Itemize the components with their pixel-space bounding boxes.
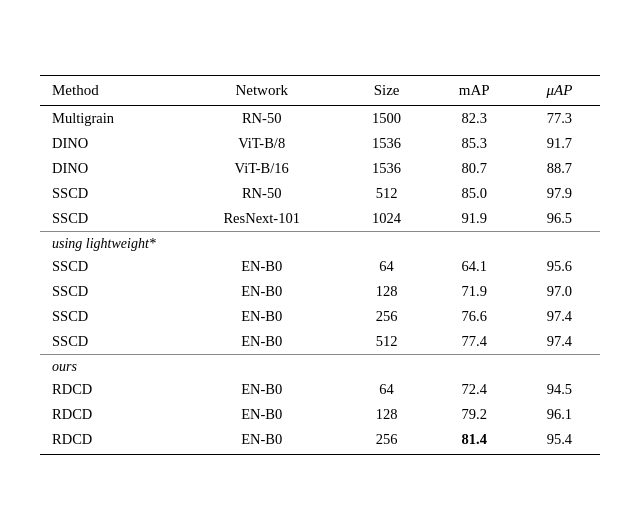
cell-method: RDCD xyxy=(40,402,180,427)
cell-method: SSCD xyxy=(40,304,180,329)
cell-map: 91.9 xyxy=(430,206,519,232)
cell-size: 512 xyxy=(343,329,429,355)
cell-network: EN-B0 xyxy=(180,377,344,402)
cell-uap: 95.6 xyxy=(519,254,600,279)
cell-map: 76.6 xyxy=(430,304,519,329)
cell-map: 71.9 xyxy=(430,279,519,304)
cell-map: 85.0 xyxy=(430,181,519,206)
table-row: DINOViT-B/16153680.788.7 xyxy=(40,156,600,181)
results-table: Method Network Size mAP μAP MultigrainRN… xyxy=(40,75,600,455)
cell-size: 1024 xyxy=(343,206,429,232)
table-row: RDCDEN-B025681.495.4 xyxy=(40,427,600,455)
cell-uap: 94.5 xyxy=(519,377,600,402)
cell-network: ResNext-101 xyxy=(180,206,344,232)
cell-uap: 96.1 xyxy=(519,402,600,427)
cell-method: SSCD xyxy=(40,279,180,304)
table-row: SSCDEN-B051277.497.4 xyxy=(40,329,600,355)
cell-size: 128 xyxy=(343,402,429,427)
cell-uap: 88.7 xyxy=(519,156,600,181)
table-row: RDCDEN-B06472.494.5 xyxy=(40,377,600,402)
cell-map: 79.2 xyxy=(430,402,519,427)
cell-uap: 97.4 xyxy=(519,329,600,355)
table-row: MultigrainRN-50150082.377.3 xyxy=(40,106,600,132)
table-row: RDCDEN-B012879.296.1 xyxy=(40,402,600,427)
cell-network: EN-B0 xyxy=(180,254,344,279)
col-uap: μAP xyxy=(519,76,600,106)
col-size: Size xyxy=(343,76,429,106)
cell-network: EN-B0 xyxy=(180,304,344,329)
cell-uap: 97.4 xyxy=(519,304,600,329)
cell-method: Multigrain xyxy=(40,106,180,132)
section-label-row: using lightweight* xyxy=(40,232,600,254)
cell-method: RDCD xyxy=(40,427,180,455)
cell-method: DINO xyxy=(40,156,180,181)
table-header-row: Method Network Size mAP μAP xyxy=(40,76,600,106)
cell-network: RN-50 xyxy=(180,106,344,132)
cell-map: 80.7 xyxy=(430,156,519,181)
cell-network: EN-B0 xyxy=(180,427,344,455)
cell-network: ViT-B/16 xyxy=(180,156,344,181)
cell-map: 77.4 xyxy=(430,329,519,355)
section-label-row: ours xyxy=(40,355,600,377)
cell-size: 256 xyxy=(343,304,429,329)
cell-method: DINO xyxy=(40,131,180,156)
cell-size: 64 xyxy=(343,254,429,279)
cell-network: EN-B0 xyxy=(180,279,344,304)
cell-network: EN-B0 xyxy=(180,329,344,355)
cell-uap: 77.3 xyxy=(519,106,600,132)
cell-size: 1536 xyxy=(343,131,429,156)
cell-map: 82.3 xyxy=(430,106,519,132)
table-row: SSCDEN-B012871.997.0 xyxy=(40,279,600,304)
col-map: mAP xyxy=(430,76,519,106)
cell-size: 128 xyxy=(343,279,429,304)
table-container: Method Network Size mAP μAP MultigrainRN… xyxy=(30,55,610,475)
cell-size: 64 xyxy=(343,377,429,402)
cell-method: SSCD xyxy=(40,181,180,206)
cell-network: RN-50 xyxy=(180,181,344,206)
table-row: SSCDEN-B025676.697.4 xyxy=(40,304,600,329)
cell-network: EN-B0 xyxy=(180,402,344,427)
cell-size: 1536 xyxy=(343,156,429,181)
cell-size: 1500 xyxy=(343,106,429,132)
table-row: SSCDRN-5051285.097.9 xyxy=(40,181,600,206)
cell-uap: 97.0 xyxy=(519,279,600,304)
col-method: Method xyxy=(40,76,180,106)
cell-method: SSCD xyxy=(40,254,180,279)
cell-method: RDCD xyxy=(40,377,180,402)
cell-size: 512 xyxy=(343,181,429,206)
table-row: DINOViT-B/8153685.391.7 xyxy=(40,131,600,156)
cell-network: ViT-B/8 xyxy=(180,131,344,156)
table-row: SSCDEN-B06464.195.6 xyxy=(40,254,600,279)
cell-uap: 95.4 xyxy=(519,427,600,455)
cell-map: 72.4 xyxy=(430,377,519,402)
col-network: Network xyxy=(180,76,344,106)
cell-map: 64.1 xyxy=(430,254,519,279)
cell-size: 256 xyxy=(343,427,429,455)
table-row: SSCDResNext-101102491.996.5 xyxy=(40,206,600,232)
cell-method: SSCD xyxy=(40,206,180,232)
cell-uap: 97.9 xyxy=(519,181,600,206)
cell-map: 81.4 xyxy=(430,427,519,455)
cell-uap: 96.5 xyxy=(519,206,600,232)
cell-map: 85.3 xyxy=(430,131,519,156)
cell-uap: 91.7 xyxy=(519,131,600,156)
cell-method: SSCD xyxy=(40,329,180,355)
